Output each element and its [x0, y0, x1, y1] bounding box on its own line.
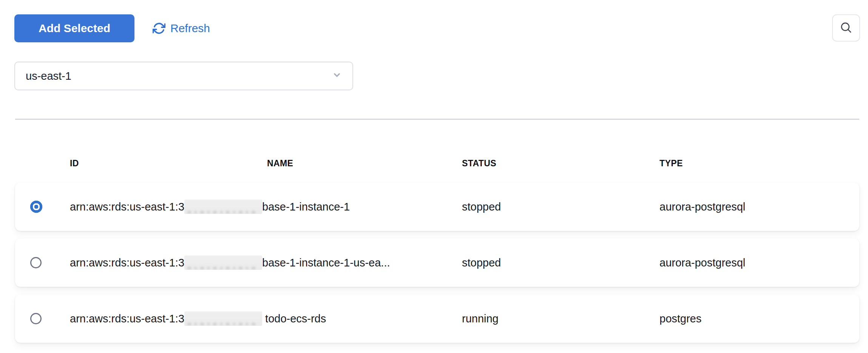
column-header-name: NAME [267, 158, 462, 169]
chevron-down-icon [331, 69, 343, 83]
instance-id: arn:aws:rds:us-east-1:3base-1-instance-1 [70, 200, 462, 214]
instance-id-suffix: base-1-instance-1-us-ea... [262, 257, 390, 269]
instance-status: stopped [462, 201, 659, 213]
row-radio-cell [15, 201, 70, 213]
refresh-button[interactable]: Refresh [153, 20, 210, 37]
instance-type: aurora-postgresql [659, 257, 859, 269]
table-row[interactable]: arn:aws:rds:us-east-1:3base-1-instance-1… [15, 238, 859, 287]
row-radio-selected[interactable] [30, 201, 42, 213]
region-dropdown-value: us-east-1 [26, 70, 71, 82]
table-header-row: ID NAME STATUS TYPE [15, 154, 859, 172]
instance-id-prefix: arn:aws:rds:us-east-1:3 [70, 257, 184, 269]
row-radio[interactable] [30, 313, 42, 324]
column-header-id: ID [70, 158, 267, 169]
instance-id: arn:aws:rds:us-east-1:3base-1-instance-1… [70, 255, 462, 270]
column-header-status: STATUS [462, 158, 659, 169]
instance-type: aurora-postgresql [659, 201, 859, 213]
instance-type: postgres [659, 313, 859, 325]
row-radio[interactable] [30, 257, 42, 268]
instance-id-suffix: todo-ecs-rds [262, 313, 326, 325]
search-button[interactable] [832, 14, 860, 42]
redacted-account-id [184, 311, 262, 326]
table-row[interactable]: arn:aws:rds:us-east-1:3 todo-ecs-rds run… [15, 294, 859, 343]
instance-status: stopped [462, 257, 659, 269]
section-divider [15, 119, 859, 120]
row-radio-cell [15, 257, 70, 268]
column-header-type: TYPE [659, 158, 859, 169]
search-icon [840, 21, 853, 35]
instance-id-prefix: arn:aws:rds:us-east-1:3 [70, 313, 184, 325]
add-selected-button[interactable]: Add Selected [14, 14, 134, 42]
redacted-account-id [184, 255, 262, 270]
instances-table: ID NAME STATUS TYPE arn:aws:rds:us-east-… [15, 154, 859, 343]
instance-status: running [462, 313, 659, 325]
refresh-label: Refresh [170, 22, 210, 35]
redacted-account-id [184, 200, 262, 214]
instance-id: arn:aws:rds:us-east-1:3 todo-ecs-rds [70, 311, 462, 326]
instance-id-prefix: arn:aws:rds:us-east-1:3 [70, 201, 184, 213]
region-dropdown[interactable]: us-east-1 [14, 62, 353, 90]
instance-id-suffix: base-1-instance-1 [262, 201, 350, 213]
refresh-icon [153, 22, 165, 35]
table-row[interactable]: arn:aws:rds:us-east-1:3base-1-instance-1… [15, 183, 859, 231]
row-radio-cell [15, 313, 70, 324]
